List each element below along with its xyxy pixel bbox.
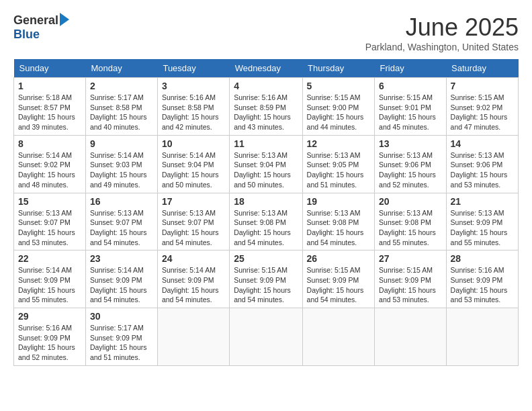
calendar-day-cell: 28 Sunrise: 5:16 AM Sunset: 9:09 PM Dayl… [446,250,518,308]
calendar-day-cell: 5 Sunrise: 5:15 AM Sunset: 9:00 PM Dayli… [302,78,375,136]
calendar-day-cell: 2 Sunrise: 5:17 AM Sunset: 8:58 PM Dayli… [85,78,157,136]
day-number: 24 [162,253,225,264]
day-info: Sunrise: 5:14 AM Sunset: 9:04 PM Dayligh… [162,150,225,190]
calendar-day-cell: 16 Sunrise: 5:13 AM Sunset: 9:07 PM Dayl… [85,193,157,250]
weekday-header: Friday [375,59,447,78]
day-info: Sunrise: 5:13 AM Sunset: 9:08 PM Dayligh… [234,208,298,248]
calendar-day-cell: 9 Sunrise: 5:14 AM Sunset: 9:03 PM Dayli… [85,135,157,193]
day-number: 28 [451,253,514,264]
day-info: Sunrise: 5:15 AM Sunset: 9:09 PM Dayligh… [379,265,442,305]
calendar-day-cell: 15 Sunrise: 5:13 AM Sunset: 9:07 PM Dayl… [14,193,86,250]
day-info: Sunrise: 5:15 AM Sunset: 9:02 PM Dayligh… [451,93,514,132]
day-info: Sunrise: 5:14 AM Sunset: 9:09 PM Dayligh… [162,265,225,305]
day-number: 25 [234,253,298,264]
day-number: 13 [379,138,442,149]
day-number: 30 [90,311,153,322]
calendar-day-cell: 7 Sunrise: 5:15 AM Sunset: 9:02 PM Dayli… [446,78,518,136]
calendar-day-cell: 22 Sunrise: 5:14 AM Sunset: 9:09 PM Dayl… [14,250,86,308]
calendar-week-row: 8 Sunrise: 5:14 AM Sunset: 9:02 PM Dayli… [14,135,519,193]
calendar-week-row: 15 Sunrise: 5:13 AM Sunset: 9:07 PM Dayl… [14,193,519,250]
calendar-day-cell: 13 Sunrise: 5:13 AM Sunset: 9:06 PM Dayl… [375,135,447,193]
title-block: June 2025 Parkland, Washington, United S… [365,13,519,52]
calendar-week-row: 29 Sunrise: 5:16 AM Sunset: 9:09 PM Dayl… [14,308,519,366]
day-number: 14 [451,138,514,149]
day-number: 29 [18,311,81,322]
day-number: 11 [234,138,298,149]
calendar-day-cell: 25 Sunrise: 5:15 AM Sunset: 9:09 PM Dayl… [230,250,302,308]
day-info: Sunrise: 5:18 AM Sunset: 8:57 PM Dayligh… [18,93,81,132]
day-number: 17 [162,196,225,207]
page-header: General Blue June 2025 Parkland, Washing… [13,13,519,52]
calendar-day-cell: 23 Sunrise: 5:14 AM Sunset: 9:09 PM Dayl… [85,250,157,308]
logo-blue: Blue [13,28,40,42]
calendar-day-cell: 19 Sunrise: 5:13 AM Sunset: 9:08 PM Dayl… [302,193,375,250]
day-info: Sunrise: 5:13 AM Sunset: 9:07 PM Dayligh… [90,208,153,248]
calendar-day-cell: 27 Sunrise: 5:15 AM Sunset: 9:09 PM Dayl… [375,250,447,308]
day-number: 10 [162,138,225,149]
calendar-day-cell [446,308,518,366]
weekday-header: Tuesday [157,59,229,78]
weekday-header: Thursday [302,59,375,78]
day-number: 27 [379,253,442,264]
day-info: Sunrise: 5:16 AM Sunset: 8:58 PM Dayligh… [162,93,225,132]
day-info: Sunrise: 5:13 AM Sunset: 9:07 PM Dayligh… [162,208,225,248]
day-info: Sunrise: 5:13 AM Sunset: 9:06 PM Dayligh… [451,150,514,190]
day-number: 18 [234,196,298,207]
calendar-day-cell: 10 Sunrise: 5:14 AM Sunset: 9:04 PM Dayl… [157,135,229,193]
day-number: 23 [90,253,153,264]
day-number: 4 [234,81,298,91]
month-title: June 2025 [365,13,519,42]
day-info: Sunrise: 5:14 AM Sunset: 9:09 PM Dayligh… [18,265,81,305]
day-info: Sunrise: 5:15 AM Sunset: 9:09 PM Dayligh… [307,265,371,305]
day-number: 2 [90,81,153,91]
day-info: Sunrise: 5:13 AM Sunset: 9:08 PM Dayligh… [307,208,371,248]
day-info: Sunrise: 5:14 AM Sunset: 9:03 PM Dayligh… [90,150,153,190]
calendar-week-row: 1 Sunrise: 5:18 AM Sunset: 8:57 PM Dayli… [14,78,519,136]
calendar-week-row: 22 Sunrise: 5:14 AM Sunset: 9:09 PM Dayl… [14,250,519,308]
weekday-header: Monday [85,59,157,78]
day-number: 21 [451,196,514,207]
calendar-day-cell: 17 Sunrise: 5:13 AM Sunset: 9:07 PM Dayl… [157,193,229,250]
day-info: Sunrise: 5:14 AM Sunset: 9:02 PM Dayligh… [18,150,81,190]
day-number: 5 [307,81,371,91]
day-info: Sunrise: 5:16 AM Sunset: 9:09 PM Dayligh… [451,265,514,305]
day-number: 15 [18,196,81,207]
logo-arrow-icon [60,13,69,26]
day-number: 7 [451,81,514,91]
location: Parkland, Washington, United States [365,42,519,52]
calendar-day-cell: 8 Sunrise: 5:14 AM Sunset: 9:02 PM Dayli… [14,135,86,193]
day-info: Sunrise: 5:17 AM Sunset: 8:58 PM Dayligh… [90,93,153,132]
calendar-day-cell: 30 Sunrise: 5:17 AM Sunset: 9:09 PM Dayl… [85,308,157,366]
day-number: 6 [379,81,442,91]
calendar-table: SundayMondayTuesdayWednesdayThursdayFrid… [13,59,519,366]
calendar-day-cell: 26 Sunrise: 5:15 AM Sunset: 9:09 PM Dayl… [302,250,375,308]
day-info: Sunrise: 5:13 AM Sunset: 9:09 PM Dayligh… [451,208,514,248]
day-info: Sunrise: 5:16 AM Sunset: 9:09 PM Dayligh… [18,323,81,363]
day-number: 19 [307,196,371,207]
weekday-header: Saturday [446,59,518,78]
calendar-day-cell: 12 Sunrise: 5:13 AM Sunset: 9:05 PM Dayl… [302,135,375,193]
day-number: 9 [90,138,153,149]
calendar-day-cell: 6 Sunrise: 5:15 AM Sunset: 9:01 PM Dayli… [375,78,447,136]
day-info: Sunrise: 5:17 AM Sunset: 9:09 PM Dayligh… [90,323,153,363]
calendar-day-cell: 3 Sunrise: 5:16 AM Sunset: 8:58 PM Dayli… [157,78,229,136]
day-info: Sunrise: 5:16 AM Sunset: 8:59 PM Dayligh… [234,93,298,132]
day-info: Sunrise: 5:13 AM Sunset: 9:04 PM Dayligh… [234,150,298,190]
calendar-day-cell: 11 Sunrise: 5:13 AM Sunset: 9:04 PM Dayl… [230,135,302,193]
calendar-day-cell [302,308,375,366]
day-info: Sunrise: 5:13 AM Sunset: 9:07 PM Dayligh… [18,208,81,248]
calendar-day-cell: 18 Sunrise: 5:13 AM Sunset: 9:08 PM Dayl… [230,193,302,250]
calendar-day-cell: 1 Sunrise: 5:18 AM Sunset: 8:57 PM Dayli… [14,78,86,136]
calendar-day-cell [230,308,302,366]
logo-general: General [13,13,58,28]
day-number: 3 [162,81,225,91]
day-number: 16 [90,196,153,207]
day-info: Sunrise: 5:13 AM Sunset: 9:06 PM Dayligh… [379,150,442,190]
calendar-day-cell [375,308,447,366]
day-info: Sunrise: 5:15 AM Sunset: 9:09 PM Dayligh… [234,265,298,305]
day-number: 12 [307,138,371,149]
weekday-header: Wednesday [230,59,302,78]
day-info: Sunrise: 5:14 AM Sunset: 9:09 PM Dayligh… [90,265,153,305]
calendar-day-cell: 24 Sunrise: 5:14 AM Sunset: 9:09 PM Dayl… [157,250,229,308]
day-info: Sunrise: 5:13 AM Sunset: 9:08 PM Dayligh… [379,208,442,248]
